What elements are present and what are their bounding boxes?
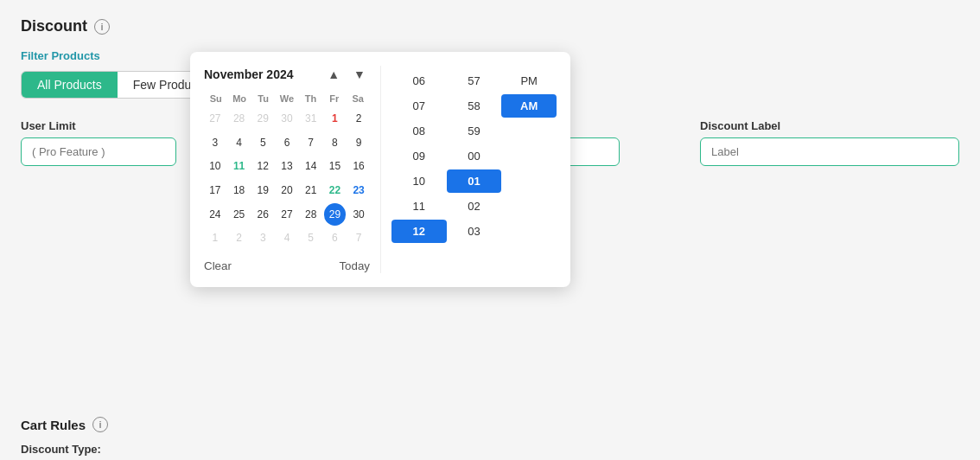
day-header-su: Su — [204, 93, 227, 104]
calendar-left: November 2024 ▲ ▼ Su Mo Tu We Th Fr Sa — [204, 66, 380, 273]
page-container: Discount i Filter Products All Products … — [0, 0, 980, 460]
time-hour[interactable]: 08 — [391, 119, 447, 143]
cal-day[interactable]: 29 — [251, 107, 274, 130]
day-header-we: We — [275, 93, 298, 104]
cal-day[interactable]: 30 — [276, 107, 298, 130]
cal-day[interactable]: 21 — [300, 179, 322, 201]
cal-day[interactable]: 6 — [276, 131, 298, 154]
cal-day[interactable]: 22 — [324, 179, 347, 201]
day-header-tu: Tu — [251, 93, 275, 104]
day-header-sa: Sa — [347, 93, 370, 104]
time-minute[interactable]: 59 — [447, 119, 502, 143]
calendar-days-header: Su Mo Tu We Th Fr Sa — [204, 93, 370, 104]
cal-day[interactable]: 15 — [324, 155, 347, 177]
time-hour[interactable]: 07 — [391, 94, 447, 118]
cal-day[interactable]: 2 — [228, 227, 251, 250]
discount-info-icon[interactable]: i — [94, 19, 110, 35]
section-title: Discount i — [21, 17, 959, 35]
cal-day[interactable]: 9 — [347, 131, 370, 154]
cart-rules-title: Cart Rules i — [21, 417, 959, 432]
calendar-popup: November 2024 ▲ ▼ Su Mo Tu We Th Fr Sa — [190, 52, 570, 287]
cal-day[interactable]: 26 — [251, 203, 274, 226]
cal-day[interactable]: 4 — [276, 227, 298, 250]
cal-day[interactable]: 24 — [204, 203, 226, 226]
time-minute-selected[interactable]: 01 — [447, 169, 502, 193]
cal-day[interactable]: 18 — [228, 179, 251, 201]
cal-day[interactable]: 6 — [324, 227, 347, 250]
calendar-right: 06 07 08 09 10 11 12 57 58 59 00 01 02 0… — [380, 66, 557, 273]
cal-day[interactable]: 12 — [251, 155, 274, 177]
cal-day-today[interactable]: 23 — [347, 179, 370, 201]
cart-rules-label: Cart Rules — [21, 418, 86, 432]
cal-day[interactable]: 16 — [347, 155, 370, 177]
time-hour[interactable]: 06 — [391, 69, 447, 93]
cal-day[interactable]: 28 — [300, 203, 322, 226]
user-limit-input[interactable] — [21, 137, 176, 166]
cart-rules-section: Cart Rules i Discount Type: % - Percenta… — [21, 417, 959, 460]
cal-day[interactable]: 3 — [204, 131, 226, 154]
discount-label-label: Discount Label — [700, 119, 959, 132]
time-minute[interactable]: 57 — [447, 69, 502, 93]
time-minute[interactable]: 58 — [447, 94, 502, 118]
cal-day[interactable]: 7 — [347, 227, 370, 250]
day-header-th: Th — [299, 93, 322, 104]
minutes-column: 57 58 59 00 01 02 03 — [447, 66, 502, 273]
cal-day[interactable]: 1 — [324, 107, 347, 130]
cal-day[interactable]: 13 — [276, 155, 298, 177]
time-minute[interactable]: 03 — [447, 220, 502, 243]
calendar-nav: ▲ ▼ — [323, 66, 370, 83]
time-period-pm[interactable]: PM — [501, 69, 557, 93]
cal-day[interactable]: 17 — [204, 179, 226, 201]
calendar-header: November 2024 ▲ ▼ — [204, 66, 370, 83]
time-period-am[interactable]: AM — [501, 94, 557, 118]
cal-day[interactable]: 28 — [228, 107, 251, 130]
calendar-today-button[interactable]: Today — [339, 259, 370, 272]
cal-day[interactable]: 1 — [204, 227, 226, 250]
discount-label-input[interactable] — [700, 137, 959, 166]
cal-day[interactable]: 14 — [300, 155, 322, 177]
calendar-month-label[interactable]: November 2024 — [204, 67, 294, 81]
cal-day[interactable]: 7 — [300, 131, 322, 154]
time-hour[interactable]: 09 — [391, 144, 447, 168]
all-products-button[interactable]: All Products — [22, 72, 118, 98]
discount-title: Discount — [21, 17, 87, 35]
cal-day[interactable]: 8 — [324, 131, 347, 154]
cal-day[interactable]: 4 — [228, 131, 251, 154]
day-header-fr: Fr — [322, 93, 346, 104]
calendar-body: 27 28 29 30 31 1 2 3 4 5 6 7 8 9 10 — [204, 107, 370, 249]
cal-day[interactable]: 3 — [251, 227, 274, 250]
time-minute[interactable]: 02 — [447, 195, 502, 218]
discount-label-group: Discount Label — [700, 119, 959, 166]
time-hour-selected[interactable]: 12 — [391, 220, 447, 243]
cal-day[interactable]: 19 — [251, 179, 274, 201]
cal-day[interactable]: 25 — [228, 203, 251, 226]
calendar-grid: Su Mo Tu We Th Fr Sa 27 28 29 30 31 1 2 — [204, 93, 370, 249]
calendar-clear-button[interactable]: Clear — [204, 259, 232, 272]
cal-day[interactable]: 10 — [204, 155, 226, 177]
discount-type-label: Discount Type: — [21, 443, 959, 456]
cal-day[interactable]: 5 — [300, 227, 322, 250]
cal-day[interactable]: 27 — [276, 203, 298, 226]
calendar-prev-btn[interactable]: ▲ — [323, 66, 344, 83]
calendar-next-btn[interactable]: ▼ — [349, 66, 370, 83]
cal-day-selected[interactable]: 29 — [324, 203, 347, 226]
period-column: PM AM — [501, 66, 557, 273]
cal-day[interactable]: 27 — [204, 107, 226, 130]
time-hour[interactable]: 11 — [391, 195, 447, 218]
cal-day[interactable]: 31 — [300, 107, 322, 130]
hours-column: 06 07 08 09 10 11 12 — [391, 66, 447, 273]
time-columns: 06 07 08 09 10 11 12 57 58 59 00 01 02 0… — [391, 66, 557, 273]
time-hour[interactable]: 10 — [391, 169, 447, 193]
day-header-mo: Mo — [227, 93, 251, 104]
user-limit-label: User Limit — [21, 119, 176, 132]
cal-day[interactable]: 30 — [347, 203, 370, 226]
time-minute[interactable]: 00 — [447, 144, 502, 168]
cal-day[interactable]: 20 — [276, 179, 298, 201]
cal-day[interactable]: 5 — [251, 131, 274, 154]
cal-day[interactable]: 11 — [228, 155, 251, 177]
cart-rules-info-icon[interactable]: i — [92, 417, 108, 432]
user-limit-group: User Limit — [21, 119, 176, 166]
cal-day[interactable]: 2 — [347, 107, 370, 130]
calendar-footer: Clear Today — [204, 259, 370, 272]
